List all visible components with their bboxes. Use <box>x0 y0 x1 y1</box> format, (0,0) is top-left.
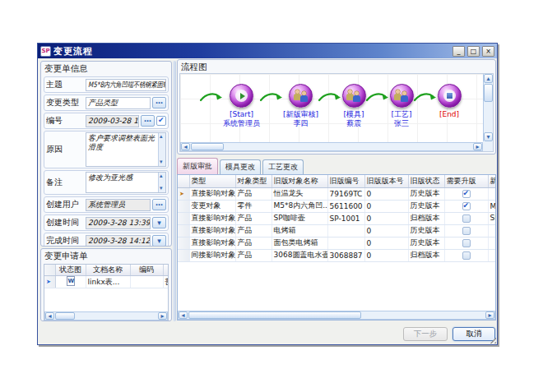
close-button[interactable]: × <box>482 46 494 57</box>
create-user-input[interactable]: 系统管理员 <box>86 199 151 211</box>
request-column-header[interactable]: 编码 <box>130 265 163 276</box>
request-column-header[interactable]: 状态图 <box>55 265 86 276</box>
change-request-panel: 变更申请单 状态图文档名称编码 <box>40 248 172 321</box>
scrollbar-thumb[interactable] <box>484 84 493 102</box>
grid-column-header[interactable]: 旧版状态 <box>408 175 444 187</box>
object-type-cell: 产品 <box>235 249 272 261</box>
flow-vertical-scrollbar[interactable] <box>483 74 493 141</box>
vertical-splitter[interactable] <box>173 61 176 321</box>
flow-chart-panel: 流程图 <box>177 59 496 154</box>
next-button[interactable]: 下一步 <box>403 327 448 341</box>
finish-time-input[interactable]: 2009-3-28 14:12:50 <box>86 235 151 247</box>
old-version-cell: 0 <box>364 237 408 249</box>
change-type-input[interactable]: 产品类型 <box>86 97 151 109</box>
grid-column-header[interactable]: 新版 <box>488 175 496 187</box>
start-icon <box>235 90 248 102</box>
field-create-time: 创建时间 2009-3-28 13:39:01 <box>44 214 169 231</box>
cancel-button[interactable]: 取消 <box>452 327 495 341</box>
row-indicator-cell <box>178 249 189 261</box>
tab[interactable]: 工艺更改 <box>262 159 304 174</box>
old-version-cell: 0 <box>364 224 408 237</box>
subject-label: 主题 <box>46 79 84 90</box>
grid-column-header[interactable]: 需要升版 <box>444 175 488 187</box>
upgrade-checkbox[interactable] <box>462 239 471 247</box>
upgrade-checkbox[interactable] <box>462 227 471 235</box>
grid-column-header[interactable]: 旧版对象名称 <box>272 175 327 187</box>
flow-node-icon[interactable] <box>390 84 414 108</box>
reason-value: 客户要求调整表面光滑度 <box>88 134 156 153</box>
remark-textarea[interactable]: 修改为亚光感 <box>86 172 166 193</box>
old-object-name-cell: 面包类电烤箱 <box>272 237 327 249</box>
scrollbar-thumb[interactable] <box>191 143 224 150</box>
create-user-picker-button[interactable] <box>152 199 166 210</box>
maximize-button[interactable]: □ <box>467 46 480 57</box>
flow-node[interactable]: [工艺] 张三 <box>366 84 414 128</box>
flow-horizontal-scrollbar[interactable] <box>180 142 483 151</box>
row-indicator-cell <box>178 212 189 224</box>
row-indicator-cell <box>178 200 189 212</box>
flow-arrow-icon <box>318 90 341 104</box>
upgrade-checkbox[interactable] <box>462 251 471 260</box>
flow-node-person: 李四 <box>294 119 309 128</box>
scroll-right-button[interactable] <box>158 312 167 320</box>
scroll-left-button[interactable] <box>181 143 190 150</box>
reason-scrollbar[interactable] <box>158 133 165 166</box>
request-grid-header-row: 状态图文档名称编码 <box>44 265 169 276</box>
table-row[interactable]: 直接影响对象 产品 电烤箱 0 历史版本 <box>178 224 496 237</box>
create-time-input[interactable]: 2009-3-28 13:39:01 <box>86 217 151 229</box>
table-row[interactable]: 间接影响对象 产品 3068圆盖电水壶 3068887 0 归档版本 <box>178 249 496 261</box>
upgrade-checkbox[interactable] <box>462 214 471 223</box>
scroll-right-button[interactable] <box>485 311 494 319</box>
grid-column-header[interactable]: 旧版版本号 <box>364 175 408 187</box>
flow-node[interactable]: [新版审核] 李四 <box>260 84 318 128</box>
grid-horizontal-scrollbar[interactable] <box>178 311 495 320</box>
extra-cell: 普通 <box>163 276 169 288</box>
scrollbar-thumb[interactable] <box>188 311 361 319</box>
flow-canvas[interactable]: [Start] 系统管理员 <box>179 73 494 152</box>
upgrade-checkbox[interactable] <box>462 202 471 210</box>
request-horizontal-scrollbar[interactable] <box>44 311 168 321</box>
scroll-left-button[interactable] <box>179 311 188 319</box>
change-type-picker-button[interactable] <box>152 97 166 108</box>
tab[interactable]: 新版审批 <box>177 158 218 174</box>
table-row[interactable]: 直接影响对象 产品 恒温龙头 79169TC 0 历史版本 <box>178 187 496 200</box>
request-column-header[interactable]: 文档名称 <box>86 265 130 276</box>
number-picker-button[interactable] <box>141 115 155 127</box>
request-column-header[interactable] <box>163 265 169 276</box>
scroll-up-button[interactable] <box>484 74 493 83</box>
number-input[interactable]: 2009-03-28 13:39:01 <box>86 115 139 127</box>
flow-node-label: [模具] <box>344 110 364 119</box>
grid-column-header[interactable]: 对象类型 <box>235 175 272 187</box>
end-icon <box>443 90 456 102</box>
table-row[interactable]: 直接影响对象 产品 SP咖啡壶 SP-1001 0 归档版本 SP咖 <box>178 212 496 224</box>
flow-node-icon[interactable] <box>230 84 253 108</box>
flow-node[interactable]: [End] <box>414 84 462 119</box>
flow-node-person: 张三 <box>394 119 409 128</box>
scroll-right-button[interactable] <box>473 143 482 150</box>
request-row[interactable]: linkx表... 普通 <box>44 276 169 288</box>
scrollbar-thumb[interactable] <box>55 312 75 320</box>
change-process-dialog: SP 变更流程 _ □ × 变更单信息 主题 M5*8内六角凹端不锈钢紧固螺钉 … <box>37 43 498 345</box>
table-row[interactable]: 变更对象 零件 M5*8内六角凹... 5611600 0 历史版本 M5*8 <box>178 200 496 212</box>
flow-node-icon[interactable] <box>438 84 462 108</box>
title-bar[interactable]: SP 变更流程 _ □ × <box>38 44 497 58</box>
minimize-button[interactable]: _ <box>452 46 465 57</box>
table-row[interactable]: 直接影响对象 产品 面包类电烤箱 0 历史版本 <box>178 237 496 249</box>
grid-column-header[interactable]: 类型 <box>189 175 235 187</box>
scroll-down-button[interactable] <box>484 132 493 141</box>
reason-textarea[interactable]: 客户要求调整表面光滑度 <box>86 132 166 167</box>
tab[interactable]: 模具更改 <box>220 159 261 174</box>
number-checkbox[interactable] <box>156 116 166 126</box>
subject-input[interactable]: M5*8内六角凹端不锈钢紧固螺钉 <box>86 79 166 91</box>
finish-time-dropdown-button[interactable] <box>152 235 166 247</box>
flow-node[interactable]: [模具] 蔡震 <box>318 84 366 128</box>
flow-node[interactable]: [Start] 系统管理员 <box>200 84 260 128</box>
flow-node-icon[interactable] <box>289 84 313 108</box>
upgrade-checkbox[interactable] <box>462 190 471 198</box>
flow-node-icon[interactable] <box>342 84 366 108</box>
create-time-dropdown-button[interactable] <box>152 217 166 228</box>
remark-scrollbar[interactable] <box>158 173 165 192</box>
grid-column-header[interactable]: 旧版编号 <box>327 175 364 187</box>
scroll-left-button[interactable] <box>45 312 54 320</box>
old-number-cell: SP-1001 <box>327 212 364 224</box>
